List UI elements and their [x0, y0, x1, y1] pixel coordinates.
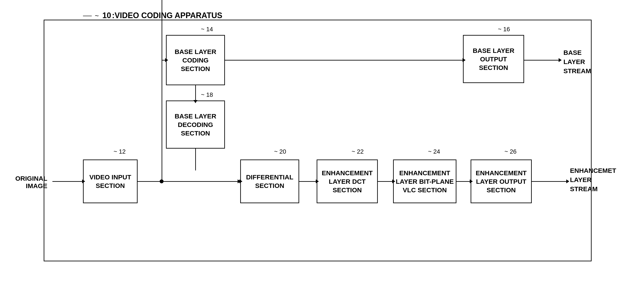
block-enh-vlc: ENHANCEMENTLAYER BIT-PLANEVLC SECTION — [393, 159, 456, 203]
line-18-down — [195, 149, 196, 170]
arrow-20-to-22 — [299, 181, 316, 182]
block-base-output: BASE LAYEROUTPUTSECTION — [463, 35, 524, 83]
line-dot-up — [162, 85, 162, 180]
ref-26: ~ 26 — [504, 148, 516, 155]
ref-14: ~ 14 — [201, 26, 213, 33]
block-video-input: VIDEO INPUTSECTION — [83, 159, 138, 203]
ref-18: ~ 18 — [201, 91, 213, 98]
arrow-head-14-18 — [194, 100, 198, 103]
arrow-24-to-26 — [456, 181, 470, 182]
block-enh-dct: ENHANCEMENTLAYER DCTSECTION — [317, 159, 378, 203]
apparatus-title: ~ 10:VIDEO CODING APPARATUS — [83, 11, 222, 20]
arrow-26-to-enh-stream — [532, 181, 567, 182]
block-enh-output: ENHANCEMENTLAYER OUTPUTSECTION — [470, 159, 532, 203]
label-base-stream: BASELAYERSTREAM — [564, 48, 591, 76]
diagram-container: ~ 10:VIDEO CODING APPARATUS VIDEO INPUTS… — [9, 7, 635, 274]
ref-24: ~ 24 — [428, 148, 440, 155]
ref-12: ~ 12 — [114, 148, 126, 155]
arrow-22-to-24 — [378, 181, 393, 182]
arrow-16-to-base-stream — [524, 60, 559, 61]
block-differential: DIFFERENTIALSECTION — [240, 159, 299, 203]
arrow-to-14 — [162, 60, 166, 61]
line-14-to-18 — [195, 85, 196, 101]
arrow-14-to-16 — [225, 60, 463, 61]
ref-22: ~ 22 — [352, 148, 364, 155]
arrow-12-to-dot — [138, 181, 162, 182]
block-base-decoding: BASE LAYERDECODINGSECTION — [166, 101, 225, 149]
arrow-original-to-12 — [52, 181, 82, 182]
block-base-coding: BASE LAYERCODINGSECTION — [166, 35, 225, 85]
label-original-image: ORIGINALIMAGE — [15, 175, 48, 190]
ref-16: ~ 16 — [498, 26, 510, 33]
arrow-dot-to-20-direct — [162, 181, 240, 182]
label-enhancement-stream: ENHANCEMETLAYERSTREAM — [570, 166, 616, 194]
ref-20: ~ 20 — [274, 148, 286, 155]
arrow-dot-to-14 — [162, 0, 162, 86]
